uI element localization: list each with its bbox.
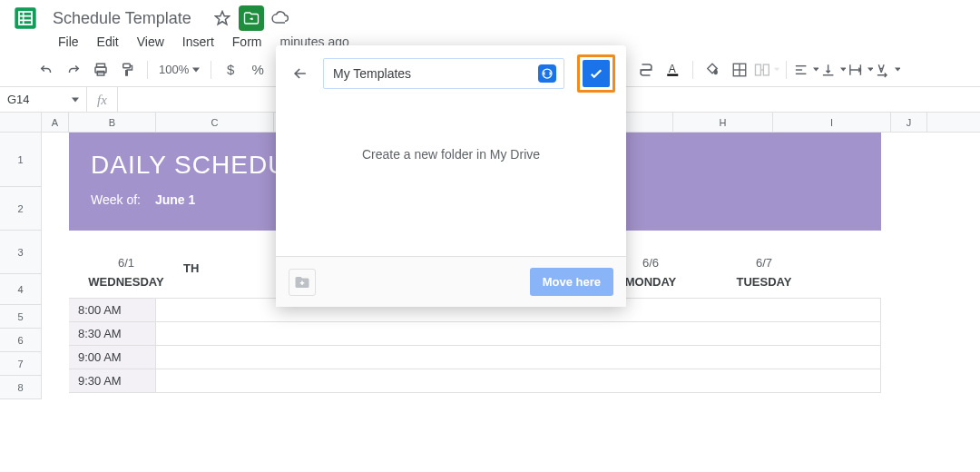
borders-icon[interactable] (727, 56, 752, 84)
svg-rect-16 (756, 64, 761, 75)
dialog-footer: Move here (276, 256, 626, 307)
folder-name-input-wrap (323, 58, 564, 89)
time-label: 8:30 AM (69, 322, 156, 345)
name-box[interactable]: G14 (0, 87, 87, 112)
dialog-body: Create a new folder in My Drive (276, 102, 626, 256)
menu-view[interactable]: View (137, 34, 164, 49)
text-wrap-icon[interactable] (848, 56, 873, 84)
move-to-folder-icon[interactable] (239, 5, 264, 31)
dialog-body-text: Create a new folder in My Drive (362, 147, 540, 162)
menu-file[interactable]: File (58, 34, 79, 49)
day-date: 6/7 (710, 256, 818, 270)
fx-label: fx (87, 87, 118, 112)
col-header[interactable]: I (773, 113, 891, 132)
separator (211, 61, 211, 79)
zoom-dropdown[interactable]: 100% (153, 63, 205, 76)
confirm-highlight (577, 54, 615, 93)
time-label: 9:00 AM (69, 346, 156, 369)
text-rotation-icon[interactable] (875, 56, 900, 84)
strikethrough-icon[interactable] (633, 56, 659, 84)
paint-format-icon[interactable] (115, 56, 141, 84)
merge-cells-icon[interactable] (754, 56, 779, 84)
time-label: 8:00 AM (69, 299, 156, 321)
col-header[interactable]: B (69, 113, 156, 132)
document-title[interactable]: Schedule Template (49, 7, 195, 30)
dialog-header (276, 45, 626, 102)
week-of-value: June 1 (155, 192, 195, 207)
redo-icon[interactable] (61, 56, 86, 84)
col-header[interactable]: H (673, 113, 773, 132)
time-row: 9:30 AM (69, 369, 881, 393)
folder-name-input[interactable] (324, 66, 538, 81)
week-of-label: Week of: (91, 192, 141, 207)
sheets-logo (9, 2, 42, 34)
svg-rect-9 (123, 64, 131, 68)
svg-rect-17 (764, 64, 769, 75)
svg-marker-5 (215, 12, 229, 25)
format-currency-icon[interactable]: $ (218, 56, 243, 84)
input-suffix-icon (538, 64, 556, 83)
back-button[interactable] (287, 60, 314, 87)
select-all-corner[interactable] (0, 113, 42, 132)
title-bar: Schedule Template (0, 0, 980, 31)
separator (692, 61, 693, 79)
time-row: 8:30 AM (69, 322, 881, 346)
time-row: 9:00 AM (69, 346, 881, 369)
row-header[interactable]: 5 (0, 305, 42, 329)
format-percent-icon[interactable]: % (245, 56, 270, 84)
svg-rect-0 (15, 7, 35, 28)
row-header[interactable]: 8 (0, 376, 42, 399)
day-date: 6/1 (69, 256, 183, 270)
row-header[interactable]: 2 (0, 187, 42, 231)
separator (786, 61, 787, 79)
row-header[interactable]: 1 (0, 133, 42, 187)
col-header[interactable]: C (156, 113, 274, 132)
menu-format[interactable]: Form (232, 34, 262, 49)
day-name: WEDNESDAY (69, 275, 183, 289)
row-header[interactable]: 6 (0, 329, 42, 352)
day-name: TH (183, 261, 229, 275)
horizontal-align-icon[interactable] (793, 56, 818, 84)
svg-text:A: A (669, 63, 676, 75)
undo-icon[interactable] (34, 56, 59, 84)
star-icon[interactable] (210, 5, 235, 31)
cloud-status-icon[interactable] (268, 5, 293, 31)
time-label: 9:30 AM (69, 369, 156, 392)
day-name: TUESDAY (710, 275, 818, 289)
svg-rect-12 (668, 74, 679, 75)
col-header[interactable]: J (891, 113, 927, 132)
move-dialog: Create a new folder in My Drive Move her… (276, 45, 626, 307)
menu-edit[interactable]: Edit (97, 34, 119, 49)
fill-color-icon[interactable] (700, 56, 725, 84)
text-color-icon[interactable]: A (661, 56, 686, 84)
col-header[interactable]: A (42, 113, 69, 132)
time-rows: 8:00 AM 8:30 AM 9:00 AM 9:30 AM (69, 298, 881, 393)
row-header[interactable]: 3 (0, 231, 42, 274)
separator (147, 61, 148, 79)
menu-insert[interactable]: Insert (182, 34, 214, 49)
confirm-folder-button[interactable] (583, 60, 610, 87)
zoom-value: 100% (159, 63, 189, 76)
print-icon[interactable] (88, 56, 113, 84)
move-here-button[interactable]: Move here (530, 268, 613, 296)
row-header[interactable]: 4 (0, 274, 42, 305)
name-box-value: G14 (7, 93, 30, 106)
chevron-down-icon (72, 96, 79, 103)
row-header[interactable]: 7 (0, 352, 42, 376)
vertical-align-icon[interactable] (820, 56, 846, 84)
new-folder-button[interactable] (289, 269, 316, 296)
